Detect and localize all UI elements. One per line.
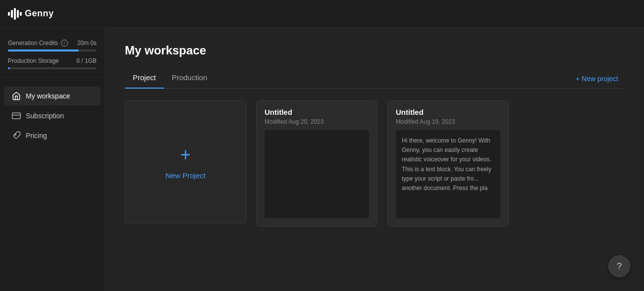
help-button[interactable]: ? xyxy=(608,255,630,277)
sidebar-item-label-pricing: Pricing xyxy=(26,132,47,140)
sidebar-item-label-my-workspace: My workspace xyxy=(26,92,70,100)
nav-items: My workspace Subscription xyxy=(0,82,105,283)
card-date-1: Modified Aug 20, 2023 xyxy=(265,118,369,125)
credit-card-icon xyxy=(12,111,21,120)
new-project-card[interactable]: + New Project xyxy=(125,100,246,223)
tabs-left: Project Production xyxy=(125,69,215,88)
svg-rect-1 xyxy=(11,10,13,18)
card-header-2: Untitled Modified Aug 19, 2023 xyxy=(388,101,508,130)
card-title-2: Untitled xyxy=(396,108,500,116)
sidebar-item-subscription[interactable]: Subscription xyxy=(4,106,101,125)
card-header-1: Untitled Modified Aug 20, 2023 xyxy=(257,101,377,130)
cards-grid: + New Project Untitled Modified Aug 20, … xyxy=(125,100,624,227)
tabs: Project Production + New project xyxy=(125,69,624,89)
credits-progress-bar xyxy=(8,49,97,51)
card-preview-1 xyxy=(265,130,369,218)
storage-progress-bar xyxy=(8,67,97,69)
credits-label-text: Generation Credits xyxy=(8,40,58,47)
credits-value: 20m 0s xyxy=(77,40,97,47)
sidebar-item-pricing[interactable]: Pricing xyxy=(4,126,101,145)
logo-text: Genny xyxy=(25,8,54,19)
storage-label: Production Storage xyxy=(8,57,59,64)
info-icon[interactable]: i xyxy=(61,40,68,47)
tab-production[interactable]: Production xyxy=(164,69,215,89)
sidebar-item-label-subscription: Subscription xyxy=(26,112,64,120)
logo-icon xyxy=(8,8,22,20)
new-project-card-label: New Project xyxy=(165,171,206,180)
svg-rect-0 xyxy=(8,12,10,16)
svg-rect-3 xyxy=(17,10,19,18)
svg-rect-5 xyxy=(12,113,21,119)
svg-rect-4 xyxy=(20,12,22,16)
tag-icon xyxy=(12,131,21,140)
card-preview-2: Hi there, welcome to Genny! With Genny, … xyxy=(396,130,500,218)
credits-row: Generation Credits i 20m 0s xyxy=(8,40,97,47)
content-area: My workspace Project Production + New pr… xyxy=(105,28,644,291)
svg-rect-2 xyxy=(14,8,16,20)
logo[interactable]: Genny xyxy=(8,8,54,20)
storage-value: 0 / 1GB xyxy=(76,57,97,64)
home-icon xyxy=(12,92,21,100)
tab-project[interactable]: Project xyxy=(125,69,164,89)
page-title: My workspace xyxy=(125,44,624,57)
sidebar: Generation Credits i 20m 0s Production S… xyxy=(0,28,105,291)
project-card-1[interactable]: Untitled Modified Aug 20, 2023 xyxy=(256,100,377,227)
plus-icon: + xyxy=(180,145,191,165)
new-project-button[interactable]: + New project xyxy=(570,72,624,86)
card-title-1: Untitled xyxy=(265,108,369,116)
credits-label: Generation Credits i xyxy=(8,40,68,47)
main-layout: Generation Credits i 20m 0s Production S… xyxy=(0,28,644,291)
project-card-2[interactable]: Untitled Modified Aug 19, 2023 Hi there,… xyxy=(387,100,509,227)
credits-progress-fill xyxy=(8,49,79,51)
card-date-2: Modified Aug 19, 2023 xyxy=(396,118,500,125)
storage-row: Production Storage 0 / 1GB xyxy=(8,57,97,64)
header: Genny xyxy=(0,0,644,28)
storage-progress-fill xyxy=(8,67,10,69)
sidebar-item-my-workspace[interactable]: My workspace xyxy=(4,87,101,105)
credits-section: Generation Credits i 20m 0s Production S… xyxy=(0,36,105,78)
